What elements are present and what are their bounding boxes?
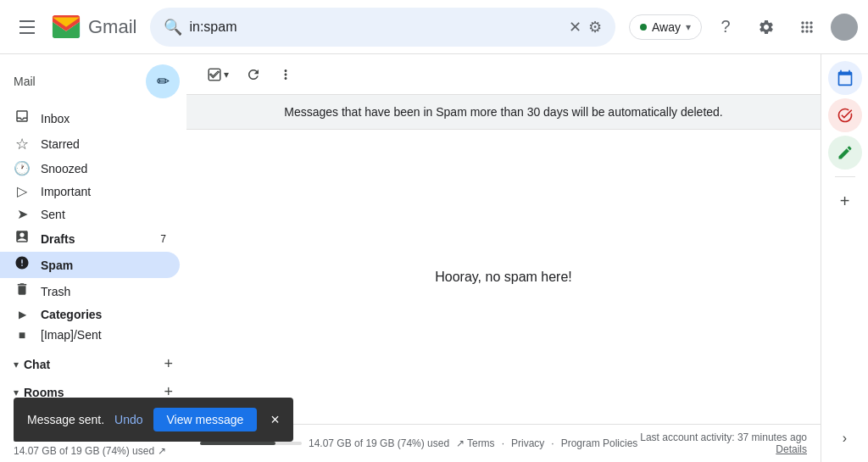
important-label: Important <box>41 185 166 198</box>
last-activity-text: Last account activity: 37 minutes ago <box>640 431 807 443</box>
apps-button[interactable] <box>790 10 824 44</box>
important-icon: ▷ <box>14 183 31 199</box>
sidebar-item-drafts[interactable]: Drafts 7 <box>0 225 180 252</box>
undo-button[interactable]: Undo <box>114 413 142 426</box>
status-dot <box>640 24 647 31</box>
star-icon: ☆ <box>14 135 31 153</box>
right-panel-expand-button[interactable]: › <box>828 421 862 455</box>
starred-label: Starred <box>41 137 166 151</box>
sent-icon: ➤ <box>14 206 31 222</box>
toast-close-icon[interactable]: × <box>270 411 280 429</box>
imap-sent-label: [Imap]/Sent <box>41 328 166 342</box>
search-bar[interactable]: 🔍 ✕ ⚙ <box>150 8 615 47</box>
contacts-button[interactable] <box>828 136 862 170</box>
footer-dot-2: · <box>551 437 554 449</box>
spam-label: Spam <box>41 259 166 272</box>
storage-text: 14.07 GB of 19 GB (74%) used <box>14 445 154 457</box>
toast: Message sent. Undo View message × <box>14 398 293 442</box>
drafts-badge: 7 <box>160 233 166 245</box>
footer-links: Terms · Privacy · Program Policies <box>467 437 637 449</box>
expand-icon: › <box>843 431 847 446</box>
footer-storage-text: 14.07 GB of 19 GB (74%) used <box>309 437 449 449</box>
last-activity: Last account activity: 37 minutes ago De… <box>640 431 807 455</box>
search-input[interactable] <box>189 19 562 35</box>
compose-button[interactable]: ✏ <box>146 64 180 98</box>
svg-rect-0 <box>19 20 35 22</box>
trash-label: Trash <box>41 285 166 298</box>
view-message-button[interactable]: View message <box>153 408 258 431</box>
empty-state-text: Hooray, no spam here! <box>435 270 572 285</box>
imap-icon: ■ <box>14 328 31 342</box>
inbox-label: Inbox <box>41 112 166 125</box>
header: Gmail 🔍 ✕ ⚙ Away ▾ ? <box>0 0 868 54</box>
footer-dot-1: · <box>502 437 504 449</box>
spam-icon <box>14 255 31 275</box>
chat-label: Chat <box>24 358 50 371</box>
empty-state: Hooray, no spam here! <box>186 130 821 424</box>
more-button[interactable] <box>271 60 300 89</box>
gmail-text: Gmail <box>88 16 136 38</box>
svg-rect-2 <box>19 32 35 34</box>
categories-label: Categories <box>41 308 166 321</box>
footer-storage-fill <box>200 442 275 445</box>
snoozed-label: Snoozed <box>41 162 166 175</box>
add-chat-icon[interactable]: + <box>164 355 173 373</box>
drafts-icon <box>14 229 31 248</box>
search-icon: 🔍 <box>164 18 182 36</box>
help-button[interactable]: ? <box>709 10 743 44</box>
sidebar-item-imap-sent[interactable]: ■ [Imap]/Sent <box>0 325 180 345</box>
inbox-icon <box>14 109 31 128</box>
program-policies-link[interactable]: Program Policies <box>561 437 638 449</box>
edit-icon: ✏ <box>157 72 170 91</box>
tasks-button[interactable] <box>828 98 862 132</box>
gmail-logo: Gmail <box>51 15 136 38</box>
sidebar-item-snoozed[interactable]: 🕐 Snoozed <box>0 157 180 180</box>
details-link[interactable]: Details <box>776 443 807 455</box>
header-right: Away ▾ ? <box>629 10 858 44</box>
right-panel-add-button[interactable]: + <box>828 184 862 218</box>
mail-section-label: Mail <box>14 75 36 88</box>
settings-button[interactable] <box>749 10 783 44</box>
sidebar-section-chat[interactable]: ▾ Chat + <box>0 348 186 376</box>
terms-link[interactable]: Terms <box>467 437 495 449</box>
toolbar: ▾ <box>186 54 821 95</box>
sidebar-item-important[interactable]: ▷ Important <box>0 180 180 203</box>
footer-storage-bar <box>200 442 302 445</box>
spam-notice: Messages that have been in Spam more tha… <box>186 95 821 130</box>
search-options-icon[interactable]: ⚙ <box>588 18 602 36</box>
status-label: Away <box>652 20 681 34</box>
chevron-down-icon: ▾ <box>686 21 691 33</box>
sidebar-item-starred[interactable]: ☆ Starred <box>0 131 180 157</box>
storage-link-icon[interactable]: ↗ <box>158 445 166 457</box>
right-panel-divider <box>835 176 855 177</box>
sidebar-item-trash[interactable]: Trash <box>0 278 180 304</box>
clear-search-icon[interactable]: ✕ <box>569 18 581 36</box>
right-panel: + › <box>821 54 868 462</box>
plus-icon: + <box>840 192 850 211</box>
menu-button[interactable] <box>10 10 44 44</box>
categories-expand-icon: ▶ <box>14 309 31 320</box>
sidebar-section-mail[interactable]: Mail ✏ <box>0 61 186 102</box>
sent-label: Sent <box>41 208 166 221</box>
sidebar-item-inbox[interactable]: Inbox <box>0 105 180 131</box>
snooze-icon: 🕐 <box>14 160 31 176</box>
select-button[interactable]: ▾ <box>200 60 236 89</box>
select-chevron-icon: ▾ <box>224 69 229 81</box>
sidebar-item-categories[interactable]: ▶ Categories <box>0 304 180 325</box>
sidebar-item-sent[interactable]: ➤ Sent <box>0 203 180 225</box>
privacy-link[interactable]: Privacy <box>511 437 544 449</box>
calendar-button[interactable] <box>828 61 862 95</box>
footer-storage-link-icon[interactable]: ↗ <box>456 437 465 449</box>
chat-expand-icon: ▾ <box>14 359 19 370</box>
avatar[interactable] <box>831 14 858 41</box>
trash-icon <box>14 281 31 301</box>
sidebar-item-spam[interactable]: Spam <box>0 252 180 278</box>
rooms-expand-icon: ▾ <box>14 387 19 398</box>
status-button[interactable]: Away ▾ <box>629 14 702 40</box>
svg-rect-1 <box>19 26 35 28</box>
refresh-button[interactable] <box>239 60 268 89</box>
drafts-label: Drafts <box>41 232 150 246</box>
toast-message: Message sent. <box>27 413 104 426</box>
